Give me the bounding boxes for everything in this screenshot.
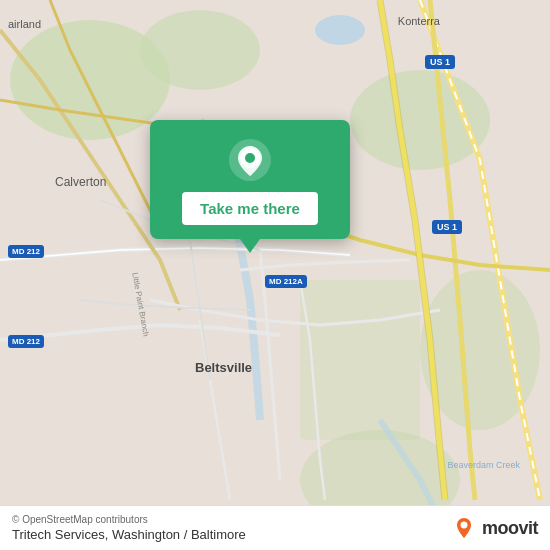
moovit-logo: moovit (452, 516, 538, 540)
map-container: airland Konterra Calverton Beltsville Li… (0, 0, 550, 550)
road-badge-us1-top: US 1 (425, 55, 455, 69)
bottom-bar: © OpenStreetMap contributors Tritech Ser… (0, 505, 550, 550)
bottom-left-info: © OpenStreetMap contributors Tritech Ser… (12, 514, 246, 542)
road-badge-md212a: MD 212A (265, 275, 307, 288)
location-pin-icon (228, 138, 272, 182)
road-badge-md212-left: MD 212 (8, 245, 44, 258)
svg-point-11 (460, 522, 467, 529)
map-label-calverton: Calverton (55, 175, 106, 189)
popup-card: Take me there (150, 120, 350, 239)
road-badge-md212-bottom: MD 212 (8, 335, 44, 348)
copyright-text: © OpenStreetMap contributors (12, 514, 246, 525)
map-label-beaverdam-creek: Beaverdam Creek (447, 460, 520, 470)
take-me-there-button[interactable]: Take me there (182, 192, 318, 225)
svg-rect-6 (300, 280, 420, 440)
map-label-airland: airland (8, 18, 41, 30)
map-label-konterra: Konterra (398, 15, 440, 27)
location-text: Tritech Services, Washington / Baltimore (12, 527, 246, 542)
moovit-wordmark: moovit (482, 518, 538, 539)
svg-point-7 (315, 15, 365, 45)
svg-point-3 (350, 70, 490, 170)
svg-point-10 (245, 153, 255, 163)
map-label-beltsville: Beltsville (195, 360, 252, 375)
svg-point-2 (140, 10, 260, 90)
road-badge-us1-mid: US 1 (432, 220, 462, 234)
moovit-pin-icon (452, 516, 476, 540)
